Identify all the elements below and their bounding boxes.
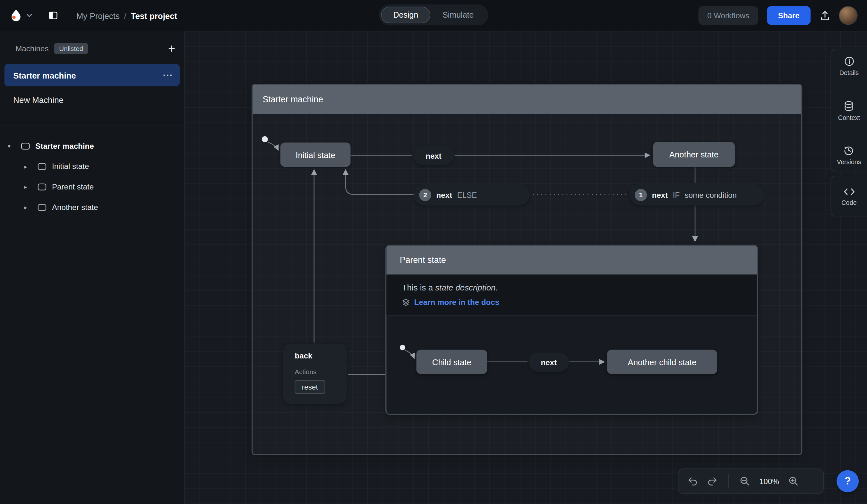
child-next-transition-pill[interactable]: next	[528, 352, 569, 372]
export-button[interactable]	[820, 10, 831, 21]
history-icon	[844, 145, 855, 155]
unlisted-badge: Unlisted	[54, 43, 88, 54]
state-icon	[38, 163, 46, 169]
machine-list-item-starter[interactable]: Starter machine ⋯	[4, 64, 180, 86]
parent-state-node[interactable]: Parent state This is a state description…	[385, 245, 758, 415]
info-icon	[844, 56, 855, 67]
rail-item-context[interactable]: Context	[838, 100, 860, 121]
caret-right-icon[interactable]: ▸	[24, 184, 33, 190]
machine-options-icon[interactable]: ⋯	[163, 69, 173, 81]
zoom-out-button[interactable]	[739, 476, 750, 487]
another-child-state-node[interactable]: Another child state	[607, 350, 717, 374]
share-button[interactable]: Share	[767, 6, 811, 25]
transition-order-badge: 1	[635, 188, 647, 201]
next-transition-pill[interactable]: next	[413, 146, 454, 165]
parent-state-title[interactable]: Parent state	[387, 246, 757, 275]
tree-item-root[interactable]: ▾ Starter machine	[0, 138, 184, 154]
controls-divider	[728, 474, 729, 489]
breadcrumb-projects-link[interactable]: My Projects	[76, 11, 120, 20]
tab-simulate[interactable]: Simulate	[430, 7, 486, 23]
chevron-down-icon	[26, 13, 32, 18]
app-logo-menu[interactable]	[9, 8, 32, 23]
caret-right-icon[interactable]: ▸	[24, 204, 33, 210]
reset-action-chip[interactable]: reset	[295, 380, 325, 394]
user-avatar[interactable]	[839, 7, 857, 24]
caret-down-icon[interactable]: ▾	[8, 143, 17, 149]
state-tree: ▾ Starter machine ▸ Initial state ▸ Pare…	[0, 138, 184, 216]
if-transition-pill[interactable]: 1 next IF some condition	[629, 184, 764, 206]
machine-frame-title[interactable]: Starter machine	[253, 85, 801, 114]
sidebar-divider	[0, 125, 184, 125]
parent-state-description: This is a state description. Learn more …	[387, 274, 757, 316]
rail-item-code[interactable]: Code	[841, 187, 856, 206]
machines-sidebar: Machines Unlisted + Starter machine ⋯ Ne…	[0, 31, 185, 504]
sidebar-toggle-button[interactable]	[47, 10, 58, 21]
redo-button[interactable]	[707, 476, 717, 487]
inspector-rail: Details Context Versions	[831, 49, 867, 173]
tree-item-parent-state[interactable]: ▸ Parent state	[0, 178, 184, 195]
machines-heading: Machines	[15, 44, 49, 53]
back-transition-block[interactable]: back Actions reset	[283, 344, 346, 404]
actions-label: Actions	[295, 368, 346, 376]
tree-item-initial-state[interactable]: ▸ Initial state	[0, 158, 184, 175]
state-description-text: This is a state description.	[402, 283, 741, 292]
mode-toggle: Design Simulate	[379, 4, 488, 25]
help-button[interactable]: ?	[836, 470, 859, 492]
another-state-node[interactable]: Another state	[653, 142, 735, 167]
docs-icon	[402, 298, 410, 306]
breadcrumb: My Projects / Test project	[76, 11, 177, 20]
code-rail: Code	[831, 176, 867, 217]
child-state-node[interactable]: Child state	[417, 350, 488, 374]
add-machine-button[interactable]: +	[168, 43, 175, 55]
panel-left-icon	[47, 10, 58, 21]
breadcrumb-current-project[interactable]: Test project	[131, 11, 178, 20]
workflows-button[interactable]: 0 Workflows	[698, 6, 758, 25]
initial-state-node[interactable]: Initial state	[280, 143, 351, 167]
rail-item-details[interactable]: Details	[839, 56, 859, 76]
machine-list-item-new[interactable]: New Machine	[4, 88, 180, 111]
state-icon	[21, 142, 30, 150]
top-bar: My Projects / Test project Design Simula…	[0, 0, 867, 31]
tab-design[interactable]: Design	[381, 7, 431, 23]
stately-logo-icon	[9, 8, 23, 23]
learn-more-docs-link[interactable]: Learn more in the docs	[414, 298, 499, 307]
upload-icon	[820, 10, 831, 21]
code-icon	[843, 187, 855, 197]
else-transition-pill[interactable]: 2 next ELSE	[414, 184, 530, 206]
rail-item-versions[interactable]: Versions	[837, 145, 861, 165]
caret-right-icon[interactable]: ▸	[24, 163, 33, 169]
database-icon	[844, 100, 855, 111]
back-transition-event: back	[295, 351, 346, 360]
zoom-in-button[interactable]	[788, 476, 799, 487]
undo-button[interactable]	[687, 476, 698, 487]
tree-item-another-state[interactable]: ▸ Another state	[0, 199, 184, 216]
zoom-level: 100%	[759, 477, 779, 486]
canvas-controls: 100%	[678, 468, 824, 494]
state-icon	[38, 183, 46, 190]
transition-order-badge: 2	[419, 188, 431, 201]
state-icon	[38, 204, 46, 211]
app-window: Starter machine Parent state This is a s…	[0, 0, 867, 504]
